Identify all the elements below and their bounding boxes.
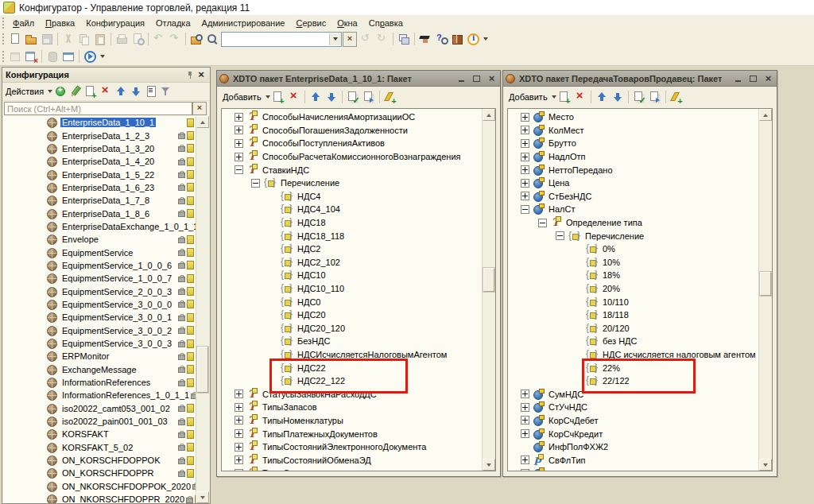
import-schema-button[interactable] xyxy=(382,90,398,105)
package-list-item[interactable]: iso20022_camt053_001_02 xyxy=(3,402,196,415)
tree-item[interactable]: ТипыСостоянийОбменаЭД xyxy=(222,453,483,467)
tree-item[interactable]: ИнфПолФХЖ2 xyxy=(508,440,759,454)
package-list-item[interactable]: EquipmentService_3_0_0_2 xyxy=(3,324,196,337)
tree-item[interactable]: Определение типа xyxy=(508,216,759,230)
tree-item[interactable]: НДС18 xyxy=(222,216,483,230)
scrollbar-up-button[interactable] xyxy=(483,109,495,121)
package-list-item[interactable]: EnterpriseData_1_7_8 xyxy=(3,194,196,207)
menu-item-администрирование[interactable]: Администрирование xyxy=(196,17,291,29)
about-button[interactable] xyxy=(465,32,481,47)
expander-icon[interactable] xyxy=(521,429,529,438)
tree-item[interactable]: 22% xyxy=(508,361,759,374)
window-title-bar[interactable]: XDTO пакет EnterpriseData_1_10_1: Пакет … xyxy=(217,71,500,87)
tree-item[interactable]: НадлОтп xyxy=(508,150,759,164)
package-list-item[interactable]: EnterpriseData_1_6_23 xyxy=(3,181,196,194)
package-list-item[interactable]: EquipmentService_3_0_0_1 xyxy=(3,311,196,324)
package-list-item[interactable]: ExchangeMessage xyxy=(3,363,196,376)
syntax-helper-button[interactable] xyxy=(417,32,433,47)
tree-item[interactable]: НДС10_110 xyxy=(222,282,483,296)
tree-item[interactable]: 20% xyxy=(508,282,759,296)
tree-item[interactable]: КорСчКредит xyxy=(508,427,759,440)
expander-icon[interactable] xyxy=(235,126,243,134)
delete-item-button[interactable] xyxy=(286,90,302,105)
tree-item[interactable]: КолМест xyxy=(508,124,759,138)
expander-icon[interactable] xyxy=(556,231,564,240)
package-list-item[interactable]: ON_NKORSCHFDOPPOK_2020 xyxy=(3,480,196,493)
scrollbar-down-button[interactable] xyxy=(759,459,772,471)
tree-item[interactable]: 0% xyxy=(508,242,759,256)
vertical-scrollbar[interactable] xyxy=(758,109,772,471)
package-list-item[interactable]: EquipmentService_2_0_0_3 xyxy=(3,285,196,297)
clear-panel-search-button[interactable]: × xyxy=(192,102,207,115)
add-menu-button[interactable]: Добавить xyxy=(509,92,548,102)
database-button[interactable] xyxy=(45,49,60,64)
sort-list-button[interactable] xyxy=(143,84,158,99)
package-list-item[interactable]: EnterpriseData_1_3_20 xyxy=(3,142,196,155)
window-title-bar[interactable]: XDTO пакет ПередачаТоваровПродавец: Паке… xyxy=(503,71,777,87)
next-search-button[interactable] xyxy=(374,32,390,47)
tree-item[interactable]: СпособыНачисленияАмортизацииОС xyxy=(222,110,483,124)
tree-item[interactable]: ТипыЗапасов xyxy=(222,401,483,414)
tree-item[interactable]: СтатусыЗаявокНаРасходДС xyxy=(222,387,483,401)
move-up-button[interactable] xyxy=(113,84,128,99)
package-list-item[interactable]: EnterpriseData_1_4_20 xyxy=(3,155,196,168)
tree-item[interactable]: НДС исчисляется налоговым агентом xyxy=(508,348,759,362)
package-list-item[interactable]: EnterpriseDataExchange_1_0_1_1 xyxy=(3,220,196,233)
toolbar-overflow-icon[interactable] xyxy=(483,37,488,41)
tree-item[interactable]: СтБезНДС xyxy=(508,190,759,204)
tree-item[interactable]: НДС20_120 xyxy=(222,322,483,335)
help-search-button[interactable] xyxy=(433,32,449,47)
check-package-button[interactable] xyxy=(631,90,647,105)
menu-item-конфигурация[interactable]: Конфигурация xyxy=(80,17,150,29)
windows-button[interactable] xyxy=(396,32,412,47)
previous-search-button[interactable] xyxy=(359,32,374,47)
expander-icon[interactable] xyxy=(521,403,529,412)
tree-item[interactable]: 10/110 xyxy=(508,295,759,308)
tree-item[interactable]: Цена xyxy=(508,176,759,190)
filter-button[interactable] xyxy=(158,84,173,99)
package-list-item[interactable]: EquipmentService_1_0_0_6 xyxy=(3,259,196,272)
tree-item[interactable] xyxy=(508,467,759,471)
tree-item[interactable]: Брутто xyxy=(508,137,759,150)
minimize-button[interactable] xyxy=(732,73,744,83)
package-list-item[interactable]: EnterpriseData_1_8_6 xyxy=(3,207,196,219)
tree-item[interactable]: 10% xyxy=(508,256,759,269)
expander-icon[interactable] xyxy=(521,165,529,174)
tree-item[interactable]: НДС0 xyxy=(222,295,483,308)
package-list-item[interactable]: EnterpriseData_1_5_22 xyxy=(3,168,196,180)
package-list-item[interactable]: InformationReferences_1_0_1_1 xyxy=(3,389,196,401)
import-schema-button[interactable] xyxy=(669,90,684,105)
export-schema-button[interactable] xyxy=(647,90,663,105)
expander-icon[interactable] xyxy=(521,205,529,214)
package-list-item[interactable]: ON_KORSCHFDOPPOK xyxy=(3,454,196,467)
move-down-button[interactable] xyxy=(610,90,626,105)
package-list-item[interactable]: EquipmentService_3_0_0_0 xyxy=(3,298,196,311)
combo-dropdown-icon[interactable] xyxy=(329,33,341,45)
expander-icon[interactable] xyxy=(235,456,243,464)
scrollbar-thumb[interactable] xyxy=(197,347,208,393)
expander-icon[interactable] xyxy=(251,179,260,188)
expander-icon[interactable] xyxy=(521,192,529,200)
expander-icon[interactable] xyxy=(538,219,547,227)
package-list-item[interactable]: EquipmentService_3_0_0_3 xyxy=(3,337,196,350)
package-list-item[interactable]: EnterpriseData_1_2_3 xyxy=(3,129,196,142)
expander-icon[interactable] xyxy=(521,456,529,464)
tree-item[interactable]: Перечисление xyxy=(222,176,483,190)
close-button[interactable]: × xyxy=(486,73,498,83)
open-button[interactable] xyxy=(23,32,39,47)
add-item-button[interactable] xyxy=(556,90,572,105)
expander-icon[interactable] xyxy=(521,469,529,471)
move-up-button[interactable] xyxy=(594,90,610,105)
maximize-button[interactable] xyxy=(747,73,759,83)
tree-item[interactable]: 18% xyxy=(508,269,759,282)
delete-item-button[interactable] xyxy=(572,90,588,105)
tree-item[interactable]: без НДС xyxy=(508,335,759,348)
find-in-files-button[interactable] xyxy=(188,32,204,47)
tree-item[interactable]: НДС22_122 xyxy=(222,374,483,388)
package-list-item[interactable]: InformationReferences xyxy=(3,376,196,389)
scrollbar-up-button[interactable] xyxy=(196,116,209,128)
tree-item[interactable]: НДС2_102 xyxy=(222,256,483,269)
search-input[interactable] xyxy=(4,102,192,115)
package-list-item[interactable]: EquipmentService_1_0_0_7 xyxy=(3,272,196,285)
scrollbar-down-button[interactable] xyxy=(196,491,209,503)
